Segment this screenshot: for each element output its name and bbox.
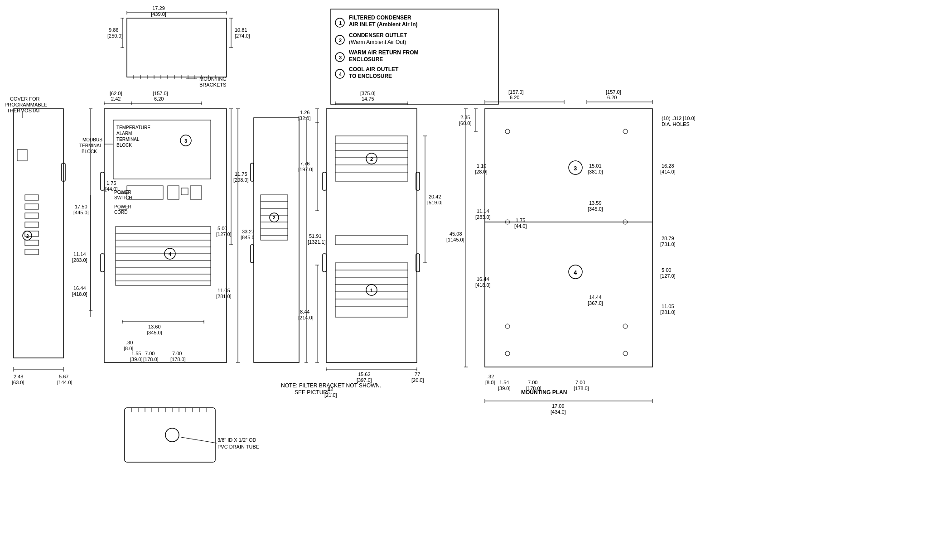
svg-text:1.55: 1.55 [131, 351, 141, 356]
svg-text:8.44: 8.44 [300, 309, 309, 314]
svg-text:PROGRAMMABLE: PROGRAMMABLE [5, 102, 47, 107]
svg-text:51.91: 51.91 [309, 233, 322, 239]
svg-text:NOTE: FILTER BRACKET NOT SHOWN: NOTE: FILTER BRACKET NOT SHOWN. [281, 382, 381, 389]
svg-text:POWER: POWER [114, 204, 131, 209]
svg-text:BRACKETS: BRACKETS [199, 82, 226, 87]
svg-text:2.35: 2.35 [460, 115, 470, 120]
svg-text:17.50: 17.50 [75, 204, 87, 209]
svg-text:[44.0]: [44.0] [514, 223, 527, 229]
svg-text:[144.0]: [144.0] [57, 380, 72, 385]
svg-rect-192 [323, 254, 326, 272]
svg-text:14.75: 14.75 [362, 96, 374, 101]
svg-text:11.14: 11.14 [73, 251, 86, 257]
svg-text:[157.0]: [157.0] [606, 89, 621, 95]
svg-text:.32: .32 [487, 374, 494, 379]
svg-text:6.20: 6.20 [510, 95, 519, 100]
svg-text:2: 2 [26, 234, 29, 239]
svg-text:COOL AIR OUTLET: COOL AIR OUTLET [349, 66, 399, 72]
svg-text:[127.0]: [127.0] [660, 273, 676, 279]
svg-text:[62.0]: [62.0] [110, 91, 122, 96]
svg-text:DIA. HOLES: DIA. HOLES [662, 121, 690, 127]
svg-text:[214.0]: [214.0] [298, 315, 314, 320]
svg-text:[63.0]: [63.0] [12, 380, 24, 385]
svg-text:9.86: 9.86 [109, 27, 118, 33]
svg-rect-156 [251, 163, 254, 181]
svg-rect-300 [125, 408, 215, 462]
svg-text:[367.0]: [367.0] [588, 300, 603, 306]
svg-text:[197.0]: [197.0] [298, 167, 314, 172]
svg-text:1.26: 1.26 [300, 110, 309, 115]
svg-text:[157.0]: [157.0] [153, 91, 168, 96]
svg-text:7.00: 7.00 [575, 380, 585, 385]
svg-text:(Warm Ambient Air Out): (Warm Ambient Air Out) [349, 39, 406, 45]
svg-text:TO ENCLOSURE: TO ENCLOSURE [349, 73, 392, 79]
svg-text:PVC DRAIN TUBE: PVC DRAIN TUBE [218, 444, 259, 449]
svg-text:[281.0]: [281.0] [216, 294, 232, 299]
svg-text:2.48: 2.48 [14, 374, 23, 379]
svg-text:10.81: 10.81 [235, 27, 247, 33]
svg-text:SEE PICTURE.: SEE PICTURE. [295, 389, 332, 396]
svg-text:[298.0]: [298.0] [233, 177, 249, 183]
svg-text:1.10: 1.10 [477, 163, 486, 169]
svg-text:3: 3 [184, 138, 187, 144]
svg-text:45.08: 45.08 [450, 231, 462, 237]
svg-text:[20.0]: [20.0] [411, 377, 424, 383]
svg-text:11.75: 11.75 [235, 171, 247, 177]
svg-text:2: 2 [370, 156, 373, 162]
svg-text:5.00: 5.00 [218, 226, 227, 231]
svg-rect-228 [485, 109, 652, 367]
svg-rect-191 [323, 172, 326, 190]
svg-text:[178.0]: [178.0] [143, 357, 159, 362]
svg-text:[28.0]: [28.0] [475, 169, 488, 174]
svg-text:[44.0]: [44.0] [105, 186, 118, 192]
svg-rect-17 [127, 18, 227, 77]
svg-text:33.27: 33.27 [242, 229, 255, 234]
svg-text:(10) .312 [10.0]: (10) .312 [10.0] [662, 116, 696, 121]
svg-text:17.09: 17.09 [552, 403, 565, 409]
svg-text:CONDENSER OUTLET: CONDENSER OUTLET [349, 32, 407, 39]
svg-text:11.14: 11.14 [477, 208, 489, 214]
svg-text:TERMINAL: TERMINAL [116, 137, 140, 142]
svg-rect-59 [17, 150, 27, 161]
svg-text:14.44: 14.44 [589, 294, 602, 300]
svg-text:WARM AIR RETURN FROM: WARM AIR RETURN FROM [349, 49, 419, 56]
svg-text:11.05: 11.05 [662, 304, 674, 309]
svg-text:[381.0]: [381.0] [588, 169, 603, 174]
svg-text:[281.0]: [281.0] [660, 309, 676, 315]
svg-text:6.20: 6.20 [607, 95, 617, 100]
svg-text:BLOCK: BLOCK [116, 143, 132, 148]
svg-text:3: 3 [339, 55, 342, 60]
svg-text:[39.0]: [39.0] [498, 386, 511, 391]
svg-text:BLOCK: BLOCK [82, 149, 97, 154]
svg-text:[519.0]: [519.0] [427, 200, 443, 205]
svg-text:[375.0]: [375.0] [360, 91, 376, 96]
svg-text:2: 2 [339, 38, 342, 43]
svg-text:ENCLOSURE: ENCLOSURE [349, 56, 383, 63]
svg-text:[283.0]: [283.0] [72, 257, 87, 263]
svg-text:1: 1 [370, 288, 373, 293]
svg-text:7.00: 7.00 [172, 351, 182, 356]
svg-text:20.42: 20.42 [429, 194, 441, 199]
svg-text:[39.0]: [39.0] [130, 357, 143, 362]
svg-text:[418.0]: [418.0] [72, 291, 87, 297]
svg-text:AIR INLET (Ambient Air In): AIR INLET (Ambient Air In) [349, 21, 418, 28]
svg-text:[157.0]: [157.0] [508, 89, 524, 95]
svg-text:[414.0]: [414.0] [660, 169, 676, 174]
svg-text:11.05: 11.05 [218, 288, 230, 293]
svg-text:SWITCH: SWITCH [114, 195, 132, 200]
svg-text:7.76: 7.76 [300, 161, 309, 166]
svg-text:[178.0]: [178.0] [526, 386, 541, 391]
svg-text:MODBUS: MODBUS [82, 137, 102, 142]
svg-text:[434.0]: [434.0] [551, 409, 566, 415]
svg-text:4: 4 [169, 251, 172, 257]
svg-text:COVER FOR: COVER FOR [10, 96, 39, 101]
svg-text:.77: .77 [413, 372, 420, 377]
svg-rect-74 [101, 254, 104, 272]
svg-text:6.20: 6.20 [154, 96, 164, 101]
svg-text:16.28: 16.28 [662, 163, 674, 169]
svg-text:[418.0]: [418.0] [475, 282, 491, 288]
svg-text:[178.0]: [178.0] [574, 386, 589, 391]
svg-text:FILTERED CONDENSER: FILTERED CONDENSER [349, 14, 411, 21]
svg-text:[1145.0]: [1145.0] [446, 237, 464, 242]
svg-text:[439.0]: [439.0] [151, 11, 166, 17]
